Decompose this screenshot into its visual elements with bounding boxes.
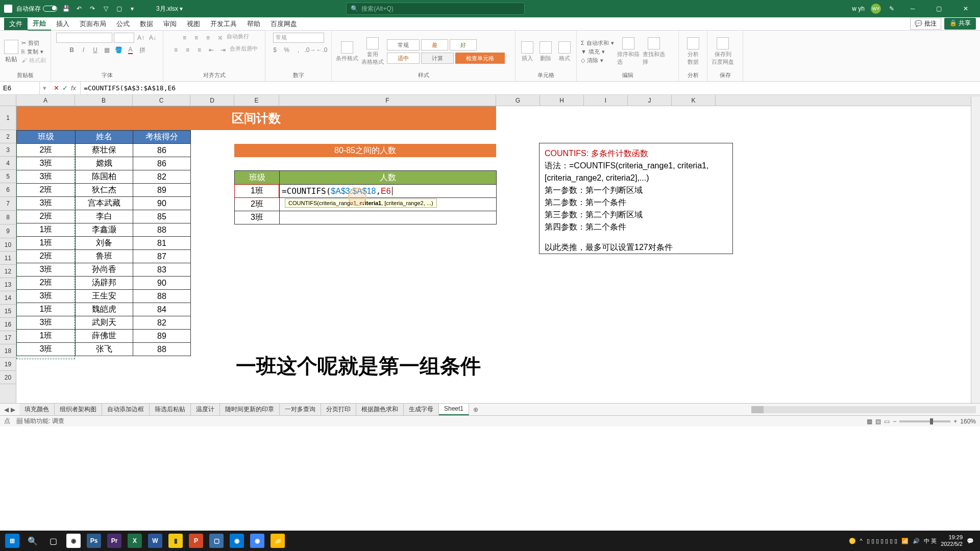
result-cell[interactable]: 1班 xyxy=(235,185,280,198)
username[interactable]: w yh xyxy=(852,5,865,12)
row-header[interactable]: 7 xyxy=(0,197,16,211)
table-cell[interactable]: 2班 xyxy=(17,210,76,223)
menu-data[interactable]: 数据 xyxy=(135,18,158,30)
menu-formula[interactable]: 公式 xyxy=(111,18,135,30)
font-size-selector[interactable] xyxy=(114,33,134,43)
save-baidu-button[interactable]: 保存到 百度网盘 xyxy=(712,37,734,66)
align-left-icon[interactable]: ≡ xyxy=(171,45,181,55)
fx-icon[interactable]: fx xyxy=(71,84,76,92)
border-icon[interactable]: ▦ xyxy=(102,45,112,55)
menu-page[interactable]: 页面布局 xyxy=(75,18,111,30)
row-header[interactable]: 1 xyxy=(0,106,16,130)
accessibility-status[interactable]: ▦ 辅助功能: 调查 xyxy=(16,417,64,425)
word-icon[interactable]: W xyxy=(145,531,165,551)
row-header[interactable]: 15 xyxy=(0,305,16,318)
sheet-tab[interactable]: 筛选后粘贴 xyxy=(150,404,191,415)
menu-home[interactable]: 开始 xyxy=(28,17,51,31)
menu-dev[interactable]: 开发工具 xyxy=(205,18,242,30)
qat-dropdown-icon[interactable]: ▾ xyxy=(128,4,137,13)
dec-decimal-icon[interactable]: ←.0 xyxy=(317,45,327,55)
fill-button[interactable]: ▼ 填充 ▾ xyxy=(581,48,614,56)
table-cell[interactable]: 2班 xyxy=(17,277,76,290)
orientation-icon[interactable]: ⤭ xyxy=(215,33,225,43)
indent-dec-icon[interactable]: ⇤ xyxy=(206,45,216,55)
find-select-button[interactable]: 查找和选择 xyxy=(643,37,665,66)
table-cell[interactable]: 孙尚香 xyxy=(76,263,133,277)
sheet-tab[interactable]: 填充颜色 xyxy=(19,404,55,415)
add-sheet-icon[interactable]: ⊕ xyxy=(469,406,482,413)
row-header[interactable]: 3 xyxy=(0,143,16,157)
table-cell[interactable]: 90 xyxy=(133,197,191,210)
clear-button[interactable]: ◇ 清除 ▾ xyxy=(581,57,614,64)
filter-icon[interactable]: ▽ xyxy=(101,4,110,13)
bold-icon[interactable]: B xyxy=(67,45,77,55)
formula-input[interactable]: =COUNTIFS($A$3:$A$18,E6 xyxy=(81,84,980,92)
edge-icon[interactable]: ◉ xyxy=(227,531,247,551)
table-cell[interactable]: 3班 xyxy=(17,290,76,303)
zoom-in-icon[interactable]: + xyxy=(953,418,957,425)
indent-inc-icon[interactable]: ⇥ xyxy=(218,45,228,55)
search-box[interactable]: 🔍 搜索(Alt+Q) xyxy=(346,3,525,15)
sheet-tab[interactable]: 一对多查询 xyxy=(280,404,321,415)
table-cell[interactable]: 王生安 xyxy=(76,290,133,303)
table-cell[interactable]: 魏皑虎 xyxy=(76,303,133,316)
col-header[interactable]: E xyxy=(234,95,279,106)
table-cell[interactable]: 3班 xyxy=(17,263,76,277)
table-cell[interactable]: 81 xyxy=(133,237,191,250)
camera-icon[interactable]: ▢ xyxy=(114,4,124,13)
sheet-tab[interactable]: 自动添加边框 xyxy=(102,404,150,415)
table-cell[interactable]: 83 xyxy=(133,263,191,277)
table-cell[interactable]: 2班 xyxy=(17,144,76,157)
result-cell[interactable]: 2班 xyxy=(235,198,280,211)
tray-up-icon[interactable]: ^ xyxy=(860,538,863,544)
row-header[interactable]: 13 xyxy=(0,278,16,291)
font-color-icon[interactable]: A xyxy=(126,45,136,55)
row-header[interactable]: 8 xyxy=(0,211,16,224)
undo-icon[interactable]: ↶ xyxy=(75,4,84,13)
style-bad[interactable]: 差 xyxy=(421,39,448,51)
notifications-icon[interactable]: 💬 xyxy=(967,538,974,544)
col-header[interactable]: C xyxy=(133,95,190,106)
pen-icon[interactable]: ✎ xyxy=(887,4,896,13)
tray-icons[interactable]: ▯ ▯ ▯ ▯ ▯ ▯ ▯ xyxy=(867,538,897,544)
powerpoint-icon[interactable]: P xyxy=(186,531,206,551)
align-bot-icon[interactable]: ≡ xyxy=(203,33,213,43)
table-cell[interactable]: 89 xyxy=(133,330,191,343)
table-cell[interactable]: 宫本武藏 xyxy=(76,197,133,210)
analyze-button[interactable]: 分析 数据 xyxy=(683,37,703,66)
align-center-icon[interactable]: ≡ xyxy=(183,45,193,55)
table-cell[interactable]: 87 xyxy=(133,250,191,263)
filename[interactable]: 3月.xlsx ▾ xyxy=(156,5,183,13)
redo-icon[interactable]: ↷ xyxy=(88,4,97,13)
name-box[interactable]: E6 xyxy=(0,82,40,94)
tab-prev-icon[interactable]: ◀ xyxy=(4,406,9,413)
table-cell[interactable]: 鲁班 xyxy=(76,250,133,263)
copy-button[interactable]: ⎘ 复制 ▾ xyxy=(21,48,46,56)
table-cell[interactable]: 88 xyxy=(133,343,191,356)
fill-color-icon[interactable]: 🪣 xyxy=(114,45,124,55)
avatar[interactable]: WY xyxy=(871,4,881,14)
italic-icon[interactable]: I xyxy=(79,45,89,55)
sheet-tab[interactable]: 温度计 xyxy=(191,404,220,415)
row-header[interactable]: 18 xyxy=(0,344,16,358)
table-cell[interactable]: 薛佛世 xyxy=(76,330,133,343)
table-cell[interactable]: 3班 xyxy=(17,316,76,330)
merge-button[interactable]: 合并后居中 xyxy=(230,45,258,55)
insert-cells-button[interactable]: 插入 xyxy=(520,41,535,62)
delete-cells-button[interactable]: 删除 xyxy=(538,41,553,62)
align-mid-icon[interactable]: ≡ xyxy=(191,33,202,43)
inc-decimal-icon[interactable]: .0→ xyxy=(305,45,315,55)
zoom-out-icon[interactable]: − xyxy=(893,418,896,425)
row-header[interactable]: 10 xyxy=(0,238,16,252)
start-button[interactable]: ⊞ xyxy=(2,531,22,551)
taskview-icon[interactable]: ▢ xyxy=(43,531,63,551)
align-right-icon[interactable]: ≡ xyxy=(194,45,205,55)
cut-button[interactable]: ✂ 剪切 xyxy=(21,39,46,47)
col-header[interactable]: I xyxy=(584,95,628,106)
table-cell[interactable]: 88 xyxy=(133,290,191,303)
row-header[interactable]: 4 xyxy=(0,157,16,170)
table-cell[interactable]: 1班 xyxy=(17,330,76,343)
table-cell[interactable]: 89 xyxy=(133,184,191,197)
table-cell[interactable]: 李鑫灏 xyxy=(76,223,133,237)
table-cell[interactable]: 82 xyxy=(133,316,191,330)
